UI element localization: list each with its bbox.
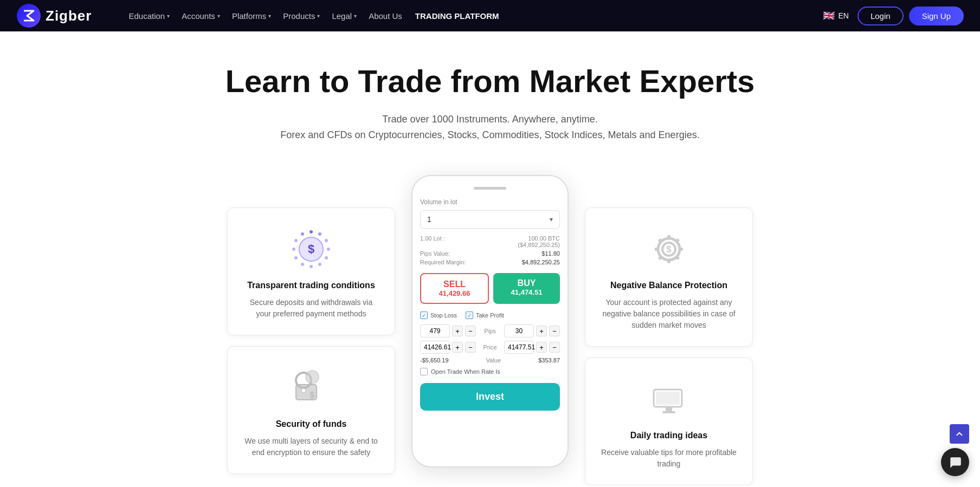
svg-point-12 <box>301 232 304 236</box>
svg-rect-34 <box>662 411 675 413</box>
nav-about[interactable]: About Us <box>364 8 407 24</box>
sl-price-input[interactable]: 41426.61 <box>420 341 450 354</box>
language-selector[interactable]: 🇬🇧 EN <box>823 10 848 22</box>
svg-point-10 <box>292 248 295 251</box>
svg-rect-22 <box>667 235 670 239</box>
sl-price-group: 41426.61 + − <box>420 341 476 354</box>
dollar-coin-icon: $ <box>289 228 333 271</box>
flag-icon: 🇬🇧 <box>823 10 835 22</box>
nav-education[interactable]: Education ▾ <box>124 8 174 24</box>
svg-rect-24 <box>655 248 659 251</box>
sl-value-display: -$5,650.19 <box>420 357 449 363</box>
sl-minus-button[interactable]: − <box>465 326 476 336</box>
tp-value-display: $353.87 <box>538 357 560 363</box>
svg-rect-23 <box>667 259 670 263</box>
invest-button[interactable]: Invest <box>420 383 560 411</box>
sell-button[interactable]: SELL 41,429.66 <box>420 273 489 304</box>
lot-row: 1.00 Lot : 100.00 BTC ($4,892,250.25) <box>420 235 560 248</box>
margin-label: Required Margin: <box>420 259 466 265</box>
chat-icon <box>948 455 962 469</box>
security-desc: We use multi layers of security & end to… <box>243 436 379 458</box>
stop-loss-checkbox[interactable]: ✓ <box>420 311 428 319</box>
svg-text:$: $ <box>667 245 672 254</box>
open-trade-label: Open Trade When Rate Is <box>431 368 500 375</box>
price-input-row: 41426.61 + − Price 41477.51 + − <box>420 341 560 354</box>
chevron-up-icon <box>955 429 964 439</box>
pips-row: Pips Value: $11.80 <box>420 250 560 257</box>
svg-text:$: $ <box>310 391 315 400</box>
sl-plus-button[interactable]: + <box>452 326 463 336</box>
tp-price-minus[interactable]: − <box>549 342 560 353</box>
nav-auth-buttons: Login Sign Up <box>858 7 964 25</box>
volume-chevron-icon: ▾ <box>550 216 553 223</box>
nav-accounts[interactable]: Accounts ▾ <box>177 8 224 24</box>
tp-plus-button[interactable]: + <box>536 326 547 336</box>
right-features: $ Negative Balance Protection Your accou… <box>585 175 753 485</box>
margin-row: Required Margin: $4,892,250.25 <box>420 259 560 265</box>
tp-minus-button[interactable]: − <box>549 326 560 336</box>
tp-price-group: 41477.51 + − <box>504 341 560 354</box>
stop-loss-label: Stop Loss <box>430 312 457 319</box>
transparent-desc: Secure deposits and withdrawals via your… <box>243 297 379 320</box>
tp-price-plus[interactable]: + <box>536 342 547 353</box>
pips-value: $11.80 <box>541 250 560 257</box>
tp-price-input[interactable]: 41477.51 <box>504 341 534 354</box>
pips-label-center: Pips <box>476 328 504 334</box>
accounts-chevron-icon: ▾ <box>217 13 220 19</box>
svg-point-18 <box>301 388 306 393</box>
nav-trading-platform[interactable]: TRADING PLATFORM <box>415 11 499 21</box>
svg-rect-33 <box>666 407 672 411</box>
feature-daily-trading: Daily trading ideas Receive valuable tip… <box>585 358 753 485</box>
lot-usd: ($4,892,250.25) <box>518 242 560 248</box>
hero-subtitle-1: Trade over 1000 Instruments. Anywhere, a… <box>11 112 969 127</box>
buy-button[interactable]: BUY 41,474.51 <box>493 273 560 304</box>
nav-products[interactable]: Products ▾ <box>279 8 324 24</box>
svg-point-17 <box>306 371 319 384</box>
signup-button[interactable]: Sign Up <box>909 7 964 25</box>
open-trade-row: Open Trade When Rate Is <box>420 368 560 375</box>
negative-balance-title: Negative Balance Protection <box>610 281 727 290</box>
negative-balance-desc: Your account is protected against any ne… <box>601 297 737 331</box>
open-trade-checkbox[interactable] <box>420 368 428 375</box>
price-label-center: Price <box>476 344 504 350</box>
svg-point-11 <box>294 239 298 242</box>
trade-buttons: SELL 41,429.66 BUY 41,474.51 <box>420 273 560 304</box>
transparent-title: Transparent trading conditions <box>247 281 375 290</box>
volume-label: Volume in lot <box>420 198 560 206</box>
svg-point-2 <box>318 232 321 236</box>
chat-bubble-button[interactable] <box>941 448 969 476</box>
main-content: $ Transparent trading conditions Secure … <box>0 153 980 485</box>
logo-icon <box>16 3 41 28</box>
sl-value-input[interactable]: 479 <box>420 324 450 337</box>
logo-link[interactable]: Zigber <box>16 3 92 28</box>
sl-price-plus[interactable]: + <box>452 342 463 353</box>
take-profit-checkbox[interactable]: ✓ <box>466 311 473 319</box>
feature-negative-balance: $ Negative Balance Protection Your accou… <box>585 207 753 347</box>
take-profit-check[interactable]: ✓ Take Profit <box>466 311 504 319</box>
nav-legal[interactable]: Legal ▾ <box>327 8 361 24</box>
svg-point-4 <box>327 248 330 251</box>
brand-name: Zigber <box>46 8 92 24</box>
sl-input-group: 479 + − <box>420 324 476 337</box>
volume-dropdown[interactable]: 1 ▾ <box>420 210 560 229</box>
sl-tp-checks: ✓ Stop Loss ✓ Take Profit <box>420 311 560 319</box>
nav-platforms[interactable]: Platforms ▾ <box>228 8 275 24</box>
take-profit-label: Take Profit <box>476 312 504 319</box>
scroll-top-button[interactable] <box>950 424 969 444</box>
margin-value: $4,892,250.25 <box>522 259 560 265</box>
daily-trading-icon-wrap <box>647 378 691 421</box>
feature-security: $ Security of funds We use multi layers … <box>227 346 395 474</box>
products-chevron-icon: ▾ <box>317 13 320 19</box>
platforms-chevron-icon: ▾ <box>268 13 271 19</box>
value-row: -$5,650.19 Value $353.87 <box>420 357 560 363</box>
security-title: Security of funds <box>276 419 347 429</box>
stop-loss-check[interactable]: ✓ Stop Loss <box>420 311 457 319</box>
lot-label: 1.00 Lot : <box>420 235 445 248</box>
volume-value: 1 <box>427 215 431 224</box>
svg-point-8 <box>301 263 304 266</box>
svg-point-9 <box>294 256 298 259</box>
sl-price-minus[interactable]: − <box>465 342 476 353</box>
tp-value-input[interactable]: 30 <box>504 324 534 337</box>
svg-point-6 <box>318 263 321 266</box>
login-button[interactable]: Login <box>858 7 904 25</box>
